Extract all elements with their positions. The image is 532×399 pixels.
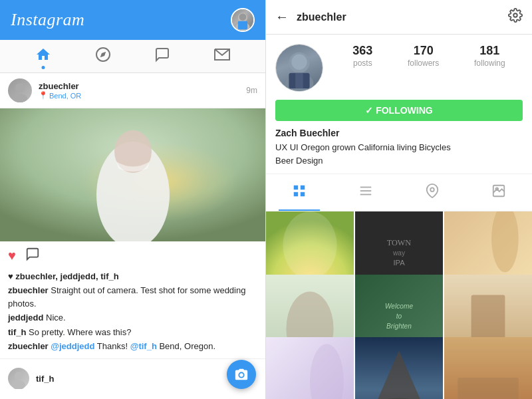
- profile-full-name: Zach Buechler: [275, 128, 523, 138]
- nav-bar: [0, 40, 265, 73]
- post-comments: zbuechler Straight out of camera. Test s…: [0, 284, 265, 358]
- svg-point-31: [283, 211, 336, 279]
- grid-photo-9[interactable]: [444, 337, 532, 399]
- instagram-header: Instagram: [0, 0, 265, 40]
- svg-rect-22: [294, 192, 298, 196]
- nav-inbox[interactable]: [214, 47, 230, 66]
- header-avatar[interactable]: [231, 8, 255, 32]
- svg-point-17: [291, 55, 307, 70]
- tab-list[interactable]: [345, 181, 386, 204]
- svg-point-27: [430, 188, 434, 192]
- comment-username-1[interactable]: zbuechler: [8, 285, 49, 295]
- grid-photo-8[interactable]: [355, 337, 443, 399]
- stat-posts: 363 posts: [352, 44, 372, 68]
- comment-2: jeddjedd Nice.: [8, 311, 257, 325]
- nav-explore[interactable]: [95, 47, 111, 66]
- svg-text:TOWN: TOWN: [387, 238, 411, 247]
- like-button[interactable]: ♥: [8, 248, 16, 263]
- svg-point-13: [12, 380, 25, 389]
- camera-fab-left[interactable]: [227, 360, 256, 389]
- tab-tagged[interactable]: [478, 181, 519, 204]
- comment-username-2[interactable]: jeddjedd: [8, 313, 43, 323]
- stat-followers: 170 followers: [408, 44, 439, 68]
- followers-count: 170: [414, 44, 434, 59]
- profile-avatar[interactable]: [275, 44, 323, 92]
- profile-nav: ← zbuechler: [266, 0, 532, 35]
- svg-rect-20: [294, 186, 298, 190]
- svg-point-14: [513, 13, 517, 17]
- post-user-avatar[interactable]: [8, 78, 32, 102]
- instagram-logo: Instagram: [11, 10, 84, 30]
- header-avatar-image: [232, 9, 253, 31]
- nav-activity[interactable]: [154, 47, 170, 66]
- comment-text-2: Nice.: [46, 313, 66, 323]
- svg-rect-21: [301, 186, 305, 190]
- svg-rect-23: [301, 192, 305, 196]
- location-pin-icon: 📍: [39, 91, 48, 100]
- settings-gear-icon[interactable]: [508, 8, 523, 26]
- comment-text-3: So pretty. Where was this?: [29, 327, 131, 337]
- svg-rect-45: [471, 295, 505, 342]
- mention-jeddjedd[interactable]: @jeddjedd: [51, 341, 94, 351]
- profile-bio: UX UI Oregon grown California living Bic…: [275, 141, 523, 167]
- grid-photo-7[interactable]: [266, 337, 354, 399]
- right-panel: ← zbuechler: [266, 0, 532, 399]
- profile-tabs: [266, 174, 532, 211]
- post-header: zbuechler 📍 Bend, OR 9m: [0, 73, 265, 108]
- bio-line1: UX UI Oregon grown California living Bic…: [275, 142, 451, 152]
- followers-label: followers: [408, 59, 439, 68]
- profile-nav-username: zbuechler: [297, 11, 500, 23]
- post-location[interactable]: 📍 Bend, OR: [39, 91, 246, 100]
- following-count: 181: [479, 44, 499, 59]
- svg-text:to: to: [396, 313, 402, 320]
- post-time: 9m: [246, 86, 257, 95]
- comment-text-4b: Bend, Oregon.: [159, 341, 215, 351]
- next-post-username[interactable]: tif_h: [36, 374, 54, 384]
- tab-grid[interactable]: [279, 181, 320, 204]
- svg-point-12: [15, 372, 23, 380]
- svg-point-2: [239, 13, 247, 21]
- posts-count: 363: [352, 44, 372, 59]
- svg-rect-52: [458, 378, 518, 399]
- bio-line2: Beer Design: [275, 156, 323, 166]
- post-actions: ♥: [0, 241, 265, 271]
- comment-3: tif_h So pretty. Where was this?: [8, 326, 257, 339]
- post-image-svg: [0, 108, 266, 241]
- svg-text:way: way: [392, 249, 406, 257]
- comment-4: zbuechler @jeddjedd Thanks! @tif_h Bend,…: [8, 340, 257, 353]
- post-user-info: zbuechler 📍 Bend, OR: [39, 81, 246, 100]
- post-username[interactable]: zbuechler: [39, 81, 246, 91]
- comment-text-4a: Thanks!: [97, 341, 128, 351]
- post-image: [0, 108, 266, 241]
- svg-marker-5: [100, 51, 105, 57]
- follow-button[interactable]: ✓ FOLLOWING: [275, 100, 523, 121]
- following-label: following: [474, 59, 505, 68]
- svg-rect-19: [295, 73, 303, 88]
- mention-tif_h[interactable]: @tif_h: [130, 341, 157, 351]
- comment-button[interactable]: [25, 247, 40, 265]
- svg-text:Brighten: Brighten: [386, 323, 412, 330]
- svg-text:IPA: IPA: [393, 259, 405, 267]
- nav-home[interactable]: [35, 47, 51, 66]
- action-icons-row: ♥: [8, 247, 257, 265]
- next-post-preview: tif_h: [8, 368, 54, 389]
- post-likes: ♥ zbuechler, jeddjedd, tif_h: [0, 271, 265, 281]
- comment-username-4[interactable]: zbuechler: [8, 341, 49, 351]
- profile-avatar-image: [276, 45, 323, 91]
- next-post-avatar[interactable]: [8, 368, 29, 389]
- svg-rect-3: [238, 21, 247, 29]
- tab-location[interactable]: [412, 181, 453, 204]
- photo-grid: TOWN way IPA: [266, 211, 532, 399]
- profile-info: 363 posts 170 followers 181 following ✓ …: [266, 35, 532, 174]
- comment-username-3[interactable]: tif_h: [8, 327, 26, 337]
- comment-1: zbuechler Straight out of camera. Test s…: [8, 284, 257, 310]
- profile-top: 363 posts 170 followers 181 following: [275, 44, 523, 92]
- back-button[interactable]: ←: [275, 9, 289, 25]
- stat-following: 181 following: [474, 44, 505, 68]
- svg-point-7: [13, 94, 27, 102]
- svg-point-6: [15, 83, 25, 92]
- left-bottom-area: tif_h: [0, 358, 265, 398]
- left-panel: Instagram: [0, 0, 266, 399]
- posts-label: posts: [353, 59, 372, 68]
- profile-stats: 363 posts 170 followers 181 following: [335, 44, 523, 68]
